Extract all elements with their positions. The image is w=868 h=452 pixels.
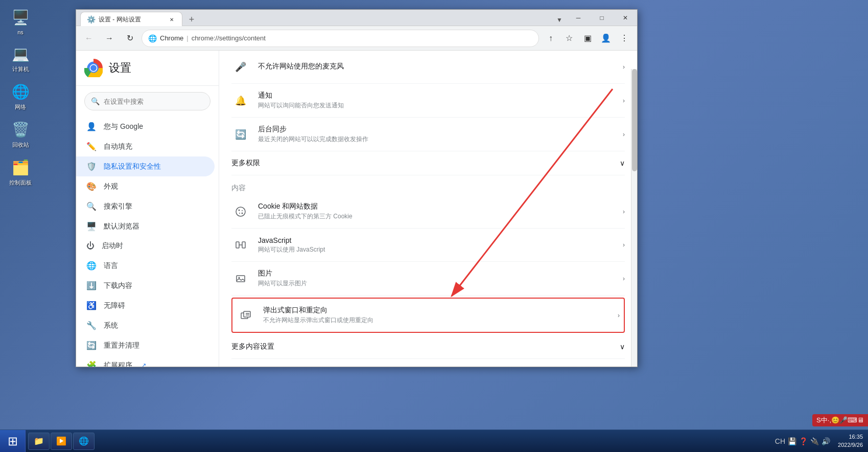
menu-button[interactable]: ⋮ <box>616 30 633 47</box>
help-tray-icon[interactable]: ❓ <box>799 437 808 445</box>
sidebar-item-extensions-label: 扩展程序 <box>104 361 132 367</box>
sidebar-item-default-browser[interactable]: 🖥️ 默认浏览器 <box>76 216 219 236</box>
chrome-logo <box>84 59 103 77</box>
profile-button[interactable]: 👤 <box>597 30 615 47</box>
images-setting-desc: 网站可以显示图片 <box>258 279 623 288</box>
background-sync-icon: 🔄 <box>231 125 250 144</box>
nav-action-buttons: ↑ ☆ ▣ 👤 ⋮ <box>542 30 633 47</box>
site-security-icon: 🌐 <box>148 34 157 42</box>
sidebar-item-google-account[interactable]: 👤 您与 Google <box>76 117 219 137</box>
media-taskbar-icon: ▶️ <box>56 436 66 446</box>
startup-icon: ⏻ <box>86 241 95 251</box>
cookies-setting-name: Cookie 和网站数据 <box>258 202 623 211</box>
microphone-setting[interactable]: 🎤 不允许网站使用您的麦克风 › <box>231 51 625 84</box>
sidebar-item-downloads[interactable]: ⬇️ 下载内容 <box>76 276 219 296</box>
settings-header: 设置 <box>76 59 219 86</box>
sidebar-item-language[interactable]: 🌐 语言 <box>76 256 219 276</box>
popups-setting[interactable]: 弹出式窗口和重定向 不允许网站显示弹出式窗口或使用重定向 › <box>231 298 625 333</box>
sidebar-item-reset[interactable]: 🔄 重置并清理 <box>76 335 219 355</box>
new-tab-button[interactable]: + <box>184 13 199 27</box>
javascript-setting[interactable]: JavaScript 网站可以使用 JavaScript › <box>231 229 625 262</box>
sidebar-item-downloads-label: 下载内容 <box>104 281 132 290</box>
more-content-settings-chevron-icon: ∨ <box>620 343 625 351</box>
desktop-icon-ns[interactable]: 🖥️ ns <box>8 5 33 37</box>
sidebar-item-extensions[interactable]: 🧩 扩展程序 ↗ <box>76 355 219 367</box>
background-sync-setting-desc: 最近关闭的网站可以以完成数据收发操作 <box>258 135 623 144</box>
svg-point-5 <box>242 210 243 211</box>
scrollbar-track[interactable] <box>631 69 637 367</box>
forward-button[interactable]: → <box>101 30 118 47</box>
back-button[interactable]: ← <box>80 30 98 47</box>
explorer-taskbar-icon: 📁 <box>34 436 44 446</box>
sidebar-item-accessibility-label: 无障碍 <box>104 301 125 310</box>
url-bar[interactable]: 🌐 Chrome | chrome://settings/content <box>142 30 539 47</box>
taskbar: ⊞ 📁 ▶️ 🌐 CH 💾 ❓ 🔌 🔊 16:35 2022/9 <box>0 430 868 452</box>
desktop-icon-control-panel[interactable]: 🗂️ 控制面板 <box>7 155 34 189</box>
desktop-icon-computer[interactable]: 💻 计算机 <box>8 41 33 75</box>
svg-point-7 <box>242 212 243 214</box>
sidebar-item-privacy-label: 隐私设置和安全性 <box>104 162 161 171</box>
cookies-setting[interactable]: Cookie 和网站数据 已阻止无痕模式下的第三方 Cookie › <box>231 195 625 229</box>
sidebar-item-system-label: 系统 <box>104 321 118 330</box>
svg-point-4 <box>239 209 240 211</box>
ch-ime-tray-icon[interactable]: CH <box>775 437 785 445</box>
side-panel-button[interactable]: ▣ <box>579 30 596 47</box>
cookies-arrow-icon: › <box>623 208 625 215</box>
start-button[interactable]: ⊞ <box>0 430 26 453</box>
cookies-icon <box>231 202 250 221</box>
sidebar-item-autofill[interactable]: ✏️ 自动填充 <box>76 137 219 156</box>
sidebar-item-startup[interactable]: ⏻ 启动时 <box>76 236 219 256</box>
storage-tray-icon[interactable]: 💾 <box>788 437 796 445</box>
url-site-name: Chrome <box>160 34 183 42</box>
active-tab[interactable]: ⚙️ 设置 - 网站设置 ✕ <box>80 12 182 27</box>
maximize-button[interactable]: □ <box>590 10 614 26</box>
sidebar-item-system[interactable]: 🔧 系统 <box>76 315 219 335</box>
svg-point-6 <box>239 213 240 214</box>
network-tray-icon[interactable]: 🔌 <box>810 437 819 445</box>
tab-settings-title: 设置 - 网站设置 <box>99 15 165 24</box>
refresh-button[interactable]: ↻ <box>121 30 138 47</box>
background-sync-setting[interactable]: 🔄 后台同步 最近关闭的网站可以以完成数据收发操作 › <box>231 118 625 151</box>
ime-tray[interactable]: S中·,😊🎤⌨🖥 <box>812 414 868 426</box>
tray-icons-group: CH 💾 ❓ 🔌 🔊 <box>775 437 830 445</box>
taskbar-tray: CH 💾 ❓ 🔌 🔊 16:35 2022/9/26 <box>770 430 868 453</box>
settings-search-box[interactable]: 🔍 <box>84 92 210 110</box>
cookies-setting-info: Cookie 和网站数据 已阻止无痕模式下的第三方 Cookie <box>258 202 623 221</box>
sidebar-item-appearance[interactable]: 🎨 外观 <box>76 176 219 196</box>
sidebar-item-accessibility[interactable]: ♿ 无障碍 <box>76 296 219 315</box>
more-permissions-accordion[interactable]: 更多权限 ∨ <box>231 151 625 175</box>
privacy-icon: 🛡️ <box>86 162 97 171</box>
settings-search-input[interactable] <box>104 98 204 105</box>
taskbar-item-chrome[interactable]: 🌐 <box>73 433 95 450</box>
url-path: chrome://settings/content <box>192 34 266 42</box>
tab-settings-icon: ⚙️ <box>87 15 96 24</box>
taskbar-item-explorer[interactable]: 📁 <box>28 433 50 450</box>
sidebar-item-privacy[interactable]: 🛡️ 隐私设置和安全性 <box>76 156 215 176</box>
share-button[interactable]: ↑ <box>542 30 559 47</box>
bookmark-button[interactable]: ☆ <box>560 30 578 47</box>
desktop-icon-recycle[interactable]: 🗑️ 回收站 <box>8 117 33 151</box>
popups-setting-desc: 不允许网站显示弹出式窗口或使用重定向 <box>263 316 618 325</box>
reset-icon: 🔄 <box>86 341 97 350</box>
sidebar-item-search-engine[interactable]: 🔍 搜索引擎 <box>76 196 219 216</box>
notifications-setting[interactable]: 🔔 通知 网站可以询问能否向您发送通知 › <box>231 84 625 118</box>
background-sync-setting-info: 后台同步 最近关闭的网站可以以完成数据收发操作 <box>258 125 623 144</box>
taskbar-item-media[interactable]: ▶️ <box>51 433 72 450</box>
minimize-button[interactable]: ─ <box>567 10 590 26</box>
nav-bar: ← → ↻ 🌐 Chrome | chrome://settings/conte… <box>76 26 637 51</box>
images-setting[interactable]: 图片 网站可以显示图片 › <box>231 262 625 296</box>
javascript-setting-name: JavaScript <box>258 236 623 244</box>
more-content-settings-label: 更多内容设置 <box>231 342 274 351</box>
desktop-icon-network[interactable]: 🌐 网络 <box>8 79 33 113</box>
notifications-setting-name: 通知 <box>258 91 623 100</box>
tab-close-button[interactable]: ✕ <box>168 15 176 24</box>
close-button[interactable]: ✕ <box>614 10 637 26</box>
volume-tray-icon[interactable]: 🔊 <box>822 437 830 445</box>
tab-dropdown-button[interactable]: ▼ <box>552 13 567 27</box>
background-sync-setting-name: 后台同步 <box>258 125 623 134</box>
taskbar-clock: 16:35 2022/9/26 <box>838 433 863 449</box>
scrollbar-thumb[interactable] <box>632 69 637 171</box>
more-content-settings-accordion[interactable]: 更多内容设置 ∨ <box>231 335 625 359</box>
control-panel-icon: 🗂️ <box>10 157 31 177</box>
svg-point-2 <box>90 65 97 71</box>
